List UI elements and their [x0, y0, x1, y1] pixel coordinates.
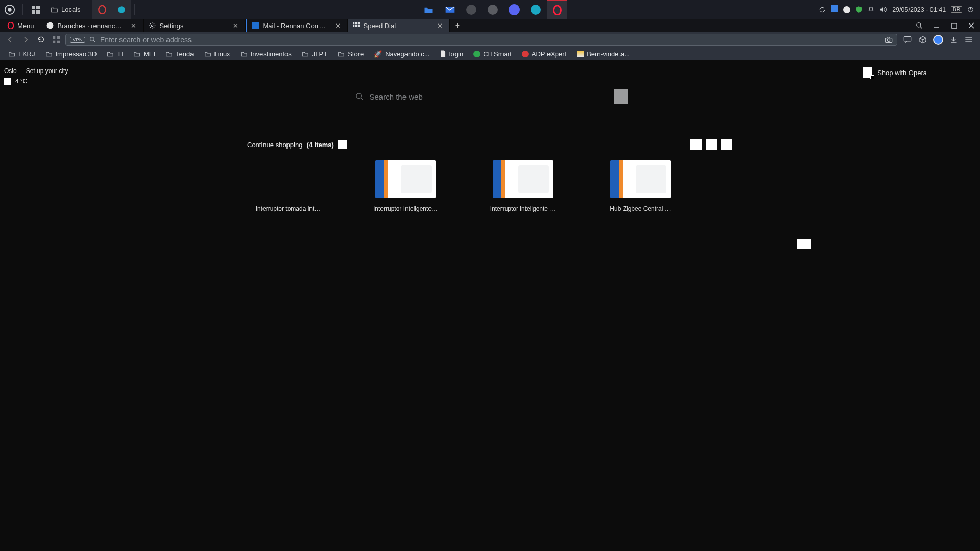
start-menu-button[interactable]	[0, 0, 19, 19]
bookmark-jlpt[interactable]: JLPT	[298, 47, 331, 60]
dock-steam[interactable]	[483, 0, 503, 19]
tray-shield-icon[interactable]	[855, 6, 863, 13]
add-speed-dial-button[interactable]	[797, 239, 811, 249]
shopping-tile[interactable]: Hub Zigbee Central …	[600, 160, 681, 212]
tab-close-icon[interactable]: ✕	[335, 22, 342, 30]
sidebar-messenger-icon[interactable]	[902, 35, 913, 45]
taskbar-app-opera[interactable]	[92, 0, 112, 19]
places-menu[interactable]: Locais	[45, 0, 86, 19]
shop-with-opera[interactable]: Shop with Opera	[863, 67, 927, 78]
search-submit-button[interactable]	[614, 89, 628, 104]
address-input[interactable]	[100, 36, 880, 44]
weather-setup-link[interactable]: Set up your city	[26, 67, 68, 75]
speed-dial-search[interactable]	[352, 89, 628, 104]
dock-opera-active[interactable]	[547, 0, 567, 19]
workspace-switcher[interactable]	[26, 0, 45, 19]
svg-rect-2	[32, 6, 35, 9]
svg-line-22	[920, 27, 922, 29]
dock-app-1[interactable]	[462, 0, 481, 19]
shopping-tile[interactable]: Interruptor tomada int…	[247, 160, 329, 212]
speed-dial-page: Oslo Set up your city 4 °C Shop with Ope…	[0, 60, 980, 551]
shopping-tile[interactable]: Interruptor Inteligente…	[365, 160, 446, 212]
tab-mail[interactable]: Mail - Rennan Corr… ✕	[246, 19, 348, 32]
citsmart-icon	[473, 51, 480, 57]
address-field[interactable]: VPN	[65, 34, 897, 46]
dock-files[interactable]	[419, 0, 438, 19]
tab-settings[interactable]: Settings ✕	[144, 19, 246, 32]
tray-volume-icon[interactable]	[879, 6, 887, 13]
window-maximize[interactable]	[945, 23, 963, 29]
tray-keyboard-layout[interactable]: BR	[951, 6, 962, 13]
search-icon	[355, 92, 364, 101]
easy-setup-icon[interactable]	[964, 35, 974, 45]
tray-app-icon[interactable]	[831, 5, 838, 14]
svg-rect-30	[57, 40, 60, 43]
tray-power-icon[interactable]	[967, 6, 974, 13]
shopping-tile-label: Interruptor tomada int…	[256, 205, 321, 212]
expand-icon[interactable]	[338, 140, 347, 149]
bookmark-tenda[interactable]: Tenda	[161, 47, 198, 60]
weather-city: Oslo	[4, 67, 17, 75]
tab-search-button[interactable]	[911, 22, 928, 29]
tab-speed-dial[interactable]: Speed Dial ✕	[348, 19, 450, 32]
svg-rect-18	[353, 25, 354, 26]
tray-sync-icon[interactable]	[819, 6, 826, 13]
svg-point-1	[8, 8, 11, 11]
downloads-icon[interactable]	[948, 35, 959, 45]
adp-icon	[522, 51, 529, 57]
bookmark-mei[interactable]: MEI	[129, 47, 159, 60]
svg-rect-19	[355, 25, 356, 26]
nav-back-button[interactable]	[4, 34, 16, 46]
bookmark-impressao3d[interactable]: Impressao 3D	[41, 47, 101, 60]
nav-reload-button[interactable]	[35, 34, 47, 46]
nav-startpage-button[interactable]	[50, 34, 62, 46]
dock-mail[interactable]	[440, 0, 460, 19]
tray-notifications-icon[interactable]	[868, 6, 874, 13]
taskbar-app-edge[interactable]	[112, 0, 131, 19]
window-close[interactable]	[963, 22, 980, 29]
bookmark-bemvinde[interactable]: Bem-vinde a...	[572, 47, 634, 60]
svg-point-7	[118, 6, 125, 13]
bookmark-ti[interactable]: TI	[103, 47, 127, 60]
bookmark-login[interactable]: login	[436, 47, 467, 60]
svg-point-12	[8, 22, 14, 29]
bookmark-citsmart[interactable]: CITSmart	[469, 47, 516, 60]
browser-tab-bar: Menu Branches · rennanc… ✕ Settings ✕ Ma…	[0, 19, 980, 32]
profile-avatar[interactable]	[933, 35, 943, 45]
tab-close-icon[interactable]: ✕	[437, 22, 444, 30]
bookmark-investimentos[interactable]: Investimentos	[236, 47, 296, 60]
nav-forward-button[interactable]	[19, 34, 32, 46]
dock-edge[interactable]	[526, 0, 545, 19]
dock-discord[interactable]	[505, 0, 524, 19]
shopping-tile-thumb	[610, 160, 671, 198]
shopping-tile[interactable]: Interruptor inteligente …	[482, 160, 564, 212]
shop-opera-label: Shop with Opera	[877, 69, 927, 77]
carousel-control-3[interactable]	[721, 139, 732, 150]
weather-widget[interactable]: Oslo Set up your city 4 °C	[4, 67, 68, 85]
bookmark-store[interactable]: Store	[333, 47, 368, 60]
tab-close-icon[interactable]: ✕	[233, 22, 240, 30]
bookmark-fkrj[interactable]: FKRJ	[4, 47, 39, 60]
carousel-control-1[interactable]	[690, 139, 702, 150]
opera-logo-icon	[7, 22, 14, 29]
tray-motorola-icon[interactable]	[843, 6, 850, 13]
speeddial-icon	[353, 22, 360, 29]
bookmark-linux[interactable]: Linux	[200, 47, 234, 60]
tab-close-icon[interactable]: ✕	[131, 22, 138, 30]
snapshot-icon[interactable]	[885, 36, 893, 43]
vpn-badge[interactable]: VPN	[70, 37, 85, 43]
svg-line-32	[93, 40, 95, 42]
svg-point-34	[887, 39, 890, 41]
ext-cube-icon[interactable]	[918, 35, 928, 45]
carousel-control-2[interactable]	[706, 139, 717, 150]
tab-branches[interactable]: Branches · rennanc… ✕	[41, 19, 144, 32]
bookmark-adp[interactable]: ADP eXpert	[518, 47, 570, 60]
window-minimize[interactable]	[928, 22, 945, 29]
svg-point-14	[151, 25, 153, 27]
tray-datetime[interactable]: 29/05/2023 - 01:41	[892, 6, 946, 13]
svg-point-13	[46, 22, 53, 29]
opera-menu-button[interactable]: Menu	[0, 19, 41, 32]
speed-dial-search-input[interactable]	[352, 89, 610, 104]
bookmark-navegando[interactable]: 🚀Navegando c...	[370, 47, 434, 60]
new-tab-button[interactable]: +	[450, 19, 465, 32]
